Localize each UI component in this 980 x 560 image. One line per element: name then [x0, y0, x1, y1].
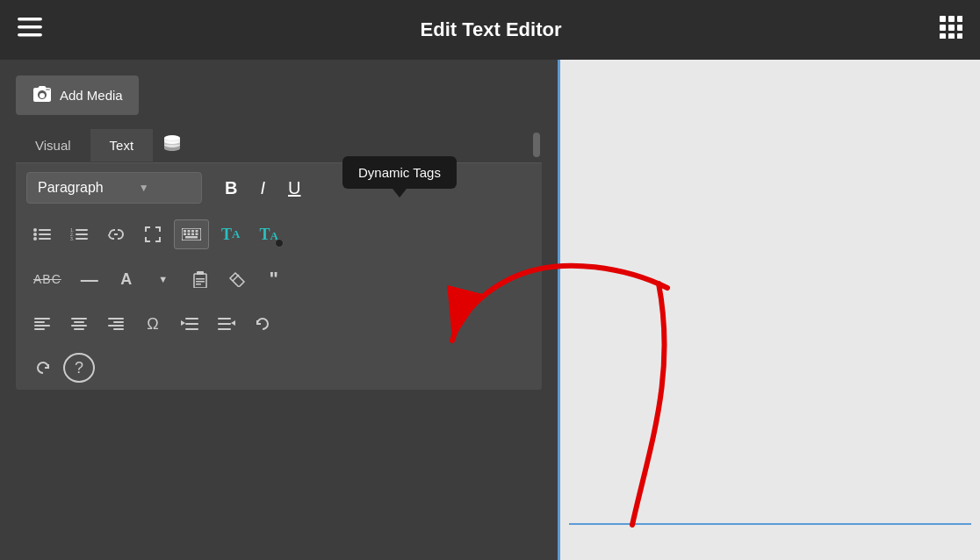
- svg-rect-7: [948, 25, 955, 31]
- svg-rect-62: [218, 323, 231, 325]
- tab-visual[interactable]: Visual: [16, 129, 90, 162]
- badge-icon: [275, 239, 284, 248]
- svg-rect-40: [196, 281, 205, 283]
- toolbar-row-3: ABC — A ▼: [16, 256, 542, 302]
- svg-text:3.: 3.: [70, 236, 74, 241]
- editor-container: Visual Text Paragraph: [16, 127, 542, 390]
- svg-rect-38: [197, 271, 204, 275]
- ordered-list-button[interactable]: 1. 2. 3.: [63, 219, 95, 249]
- svg-rect-1: [18, 25, 42, 29]
- bold-button[interactable]: B: [220, 176, 242, 200]
- dynamic-tags-label: Dynamic Tags: [358, 165, 441, 180]
- keyboard-button[interactable]: [174, 219, 209, 249]
- svg-point-12: [40, 93, 45, 98]
- svg-line-43: [233, 275, 239, 281]
- svg-rect-41: [196, 284, 201, 285]
- underline-button[interactable]: U: [283, 176, 306, 200]
- svg-rect-44: [34, 318, 50, 319]
- svg-rect-52: [108, 318, 124, 319]
- svg-rect-2: [18, 33, 42, 37]
- undo-button[interactable]: [248, 309, 279, 339]
- italic-button[interactable]: I: [255, 176, 270, 200]
- dynamic-tags-button[interactable]: [153, 127, 191, 162]
- hamburger-icon[interactable]: [18, 18, 42, 42]
- svg-rect-35: [196, 233, 198, 236]
- redo-button[interactable]: [26, 353, 58, 383]
- paragraph-format-row: Paragraph ▼ B I U: [16, 163, 542, 212]
- add-media-label: Add Media: [60, 88, 123, 103]
- svg-rect-54: [108, 325, 124, 327]
- svg-rect-28: [184, 230, 186, 233]
- scrollbar-thumb[interactable]: [533, 133, 540, 157]
- svg-marker-61: [231, 320, 235, 326]
- svg-rect-39: [196, 278, 205, 280]
- toolbar-row-2: 1. 2. 3.: [16, 212, 542, 256]
- add-media-button[interactable]: Add Media: [16, 75, 139, 115]
- align-left-button[interactable]: [26, 309, 58, 339]
- horizontal-rule-button[interactable]: —: [74, 264, 105, 294]
- dynamic-tags-tooltip: Dynamic Tags: [342, 156, 457, 189]
- svg-rect-31: [196, 230, 198, 233]
- svg-rect-33: [188, 233, 191, 236]
- svg-rect-47: [34, 328, 45, 330]
- unordered-list-button[interactable]: [26, 219, 58, 249]
- fullscreen-button[interactable]: [137, 219, 169, 249]
- svg-point-19: [33, 237, 37, 241]
- indent-button[interactable]: [211, 309, 242, 339]
- svg-rect-4: [948, 16, 955, 22]
- strikethrough-button[interactable]: ABC: [26, 264, 68, 294]
- svg-rect-58: [185, 323, 198, 325]
- special-chars-button[interactable]: Ω: [137, 309, 169, 339]
- text-color-dropdown-button[interactable]: ▼: [148, 264, 179, 294]
- svg-rect-22: [76, 229, 88, 231]
- right-panel: [558, 60, 980, 560]
- text-style-2-button[interactable]: TA: [252, 219, 285, 249]
- text-style-1-button[interactable]: TA: [214, 219, 247, 249]
- svg-rect-0: [18, 18, 42, 21]
- align-right-button[interactable]: [100, 309, 132, 339]
- canvas-line: [569, 523, 971, 525]
- eraser-button[interactable]: [221, 264, 253, 294]
- svg-rect-63: [218, 328, 231, 330]
- svg-rect-10: [948, 33, 955, 39]
- paste-button[interactable]: [184, 264, 216, 294]
- svg-point-15: [33, 228, 37, 232]
- svg-rect-5: [957, 16, 962, 22]
- svg-rect-8: [957, 25, 962, 31]
- svg-rect-36: [185, 236, 198, 239]
- grid-icon[interactable]: [940, 16, 962, 44]
- svg-rect-24: [76, 233, 88, 235]
- paragraph-select[interactable]: Paragraph ▼: [26, 172, 202, 204]
- camera-icon: [32, 84, 53, 106]
- svg-rect-48: [71, 318, 87, 319]
- header-title: Edit Text Editor: [421, 18, 562, 41]
- svg-rect-20: [39, 238, 51, 240]
- svg-point-17: [33, 233, 37, 236]
- svg-rect-16: [39, 229, 51, 231]
- svg-marker-42: [230, 273, 244, 287]
- svg-rect-11: [957, 33, 962, 39]
- svg-rect-49: [74, 321, 84, 323]
- help-button[interactable]: ?: [63, 353, 95, 383]
- svg-marker-57: [181, 320, 185, 326]
- dropdown-arrow-icon: ▼: [139, 182, 149, 194]
- svg-rect-32: [184, 233, 186, 236]
- link-button[interactable]: [100, 219, 132, 249]
- svg-rect-56: [185, 318, 198, 319]
- left-panel: Add Media Dynamic Tags Visual Text: [0, 60, 558, 560]
- svg-rect-26: [76, 238, 88, 240]
- tab-text[interactable]: Text: [90, 129, 154, 162]
- svg-rect-30: [191, 230, 194, 233]
- svg-rect-9: [940, 33, 946, 39]
- svg-rect-53: [113, 321, 124, 323]
- align-center-button[interactable]: [63, 309, 95, 339]
- text-color-button[interactable]: A: [111, 264, 142, 294]
- blockquote-button[interactable]: ": [258, 263, 290, 295]
- svg-rect-50: [71, 325, 87, 327]
- svg-rect-13: [46, 89, 50, 90]
- outdent-button[interactable]: [174, 309, 205, 339]
- toolbar-row-4: Ω: [16, 302, 542, 346]
- svg-rect-51: [74, 328, 84, 330]
- toolbar-row-5: ?: [16, 346, 542, 390]
- svg-rect-18: [39, 233, 51, 235]
